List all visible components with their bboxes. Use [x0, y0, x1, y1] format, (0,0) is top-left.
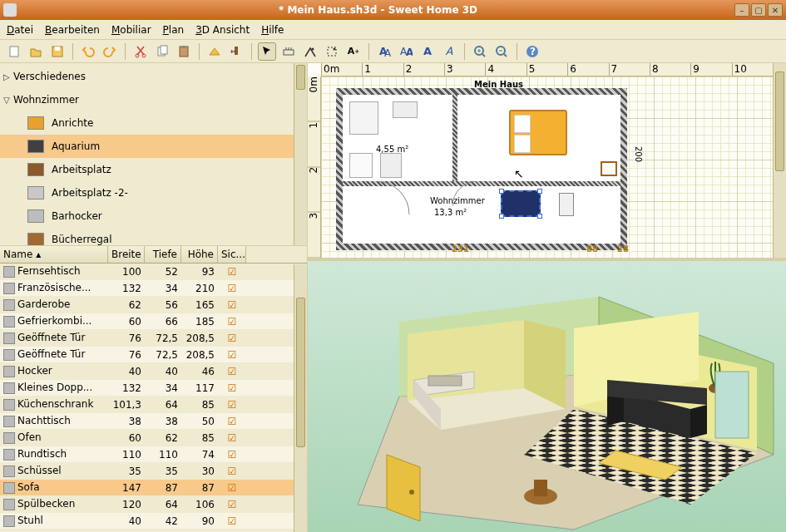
table-row[interactable]: Rundtisch11011074☑: [0, 446, 307, 463]
table-row[interactable]: Ofen606285☑: [0, 430, 307, 446]
zoom-in-icon[interactable]: [471, 42, 489, 61]
visible-checkbox[interactable]: ☑: [228, 316, 237, 328]
create-dimension-icon[interactable]: A+: [344, 42, 363, 61]
cut-icon[interactable]: [131, 42, 150, 61]
plan-item-sofa[interactable]: [501, 190, 541, 217]
label-28: 28: [617, 244, 629, 254]
visible-checkbox[interactable]: ☑: [228, 466, 237, 477]
visible-checkbox[interactable]: ☑: [228, 416, 237, 427]
table-row[interactable]: Küchenschrank101,36485☑: [0, 397, 307, 413]
import-furniture-icon[interactable]: [227, 42, 245, 61]
table-row[interactable]: Sofa1478787☑: [0, 480, 307, 496]
plan-item-nightstand[interactable]: [601, 161, 617, 176]
ruler-vertical: 0m123: [308, 76, 321, 258]
help-icon[interactable]: ?: [523, 42, 541, 61]
menu-3d-ansicht[interactable]: 3D Ansicht: [195, 24, 250, 36]
svg-rect-48: [534, 480, 547, 496]
close-button[interactable]: ✕: [768, 3, 783, 17]
catalog-scrollbar[interactable]: [294, 63, 307, 245]
visible-checkbox[interactable]: ☑: [228, 382, 237, 394]
svg-rect-2: [55, 47, 60, 51]
furniture-table[interactable]: Name ▴ Breite Tiefe Höhe Sic... Fernseht…: [0, 246, 307, 532]
pan-tool-icon[interactable]: [279, 42, 298, 61]
table-row[interactable]: Geöffnete Tür7672,5208,5☑: [0, 347, 307, 363]
create-walls-icon[interactable]: [301, 42, 319, 61]
view-3d[interactable]: [308, 261, 786, 532]
plan-item-fridge[interactable]: [349, 153, 373, 178]
zoom-out-icon[interactable]: [492, 42, 511, 61]
catalog-category[interactable]: ▽Wohnzimmer: [0, 88, 307, 111]
menu-hilfe[interactable]: Hilfe: [261, 24, 284, 36]
table-row[interactable]: Stuhl404290☑: [0, 513, 307, 530]
copy-icon[interactable]: [153, 42, 171, 61]
visible-checkbox[interactable]: ☑: [228, 499, 237, 510]
visible-checkbox[interactable]: ☑: [228, 332, 237, 344]
table-row[interactable]: Französische...13234210☑: [0, 280, 307, 297]
text-tool-icon[interactable]: AA: [375, 42, 393, 61]
table-row[interactable]: Spülbecken12064106☑: [0, 496, 307, 513]
window-title: * Mein Haus.sh3d - Sweet Home 3D: [22, 4, 734, 16]
save-icon[interactable]: [48, 42, 67, 61]
catalog-item[interactable]: Aquarium: [0, 135, 307, 158]
catalog-category[interactable]: ▷Verschiedenes: [0, 65, 307, 88]
table-row[interactable]: Schüssel353530☑: [0, 463, 307, 480]
select-tool-icon[interactable]: [258, 42, 276, 61]
visible-checkbox[interactable]: ☑: [228, 299, 237, 311]
svg-rect-8: [182, 46, 185, 48]
table-row[interactable]: Garderobe6256165☑: [0, 297, 307, 313]
table-row[interactable]: Kleines Dopp...13234117☑: [0, 380, 307, 397]
col-tiefe[interactable]: Tiefe: [145, 246, 181, 263]
table-scrollbar[interactable]: [294, 264, 307, 532]
svg-text:A: A: [384, 47, 391, 58]
undo-icon[interactable]: [79, 42, 97, 61]
plan-item-picture[interactable]: [559, 193, 574, 216]
catalog-item[interactable]: Arbeitsplatz -2-: [0, 181, 307, 204]
visible-checkbox[interactable]: ☑: [228, 515, 237, 527]
menu-bearbeiten[interactable]: Bearbeiten: [45, 24, 100, 36]
visible-checkbox[interactable]: ☑: [228, 449, 237, 461]
table-row[interactable]: Geöffnete Tür7672,5208,5☑: [0, 330, 307, 347]
table-row[interactable]: Fernsehtisch1005293☑: [0, 264, 307, 280]
open-icon[interactable]: [27, 42, 45, 61]
table-row[interactable]: Gefrierkombi...6066185☑: [0, 313, 307, 330]
visible-checkbox[interactable]: ☑: [228, 349, 237, 361]
paste-icon[interactable]: [175, 42, 193, 61]
redo-icon[interactable]: [101, 42, 119, 61]
new-icon[interactable]: [5, 42, 23, 61]
text-italic-icon[interactable]: A: [440, 42, 458, 61]
visible-checkbox[interactable]: ☑: [228, 432, 237, 444]
plan-item-oven[interactable]: [380, 153, 402, 178]
menu-plan[interactable]: Plan: [163, 24, 185, 36]
table-row[interactable]: Hocker404046☑: [0, 363, 307, 380]
add-furniture-icon[interactable]: [205, 42, 224, 61]
svg-rect-44: [715, 372, 749, 438]
col-hoehe[interactable]: Höhe: [181, 246, 218, 263]
furniture-catalog[interactable]: ▷Verschiedenes▽WohnzimmerAnrichteAquariu…: [0, 63, 307, 246]
minimize-button[interactable]: –: [734, 3, 749, 17]
plan-item-wardrobe[interactable]: [349, 101, 378, 135]
catalog-item[interactable]: Arbeitsplatz: [0, 158, 307, 181]
catalog-item[interactable]: Bücherregal: [0, 228, 307, 246]
plan-item-door-1[interactable]: [393, 101, 418, 118]
visible-checkbox[interactable]: ☑: [228, 283, 237, 294]
col-name[interactable]: Name ▴: [0, 246, 108, 263]
text-increase-icon[interactable]: AA: [397, 42, 415, 61]
menu-mobiliar[interactable]: Mobiliar: [111, 24, 151, 36]
visible-checkbox[interactable]: ☑: [228, 482, 237, 494]
plan-scrollbar-v[interactable]: [773, 63, 786, 258]
col-sichtbar[interactable]: Sic...: [218, 246, 246, 263]
sort-asc-icon: ▴: [36, 249, 41, 260]
catalog-item[interactable]: Barhocker: [0, 204, 307, 228]
visible-checkbox[interactable]: ☑: [228, 266, 237, 278]
catalog-item[interactable]: Anrichte: [0, 111, 307, 135]
create-room-icon[interactable]: [323, 42, 341, 61]
plan-view[interactable]: 0m12345678910 0m123 Mein Haus 224 332 20…: [308, 63, 786, 261]
col-breite[interactable]: Breite: [108, 246, 145, 263]
maximize-button[interactable]: ▢: [751, 3, 766, 17]
table-row[interactable]: Nachttisch383850☑: [0, 413, 307, 430]
plan-item-bed[interactable]: [509, 110, 567, 155]
text-bold-icon[interactable]: A: [418, 42, 437, 61]
menu-datei[interactable]: Datei: [7, 24, 33, 36]
visible-checkbox[interactable]: ☑: [228, 399, 237, 411]
visible-checkbox[interactable]: ☑: [228, 366, 237, 377]
